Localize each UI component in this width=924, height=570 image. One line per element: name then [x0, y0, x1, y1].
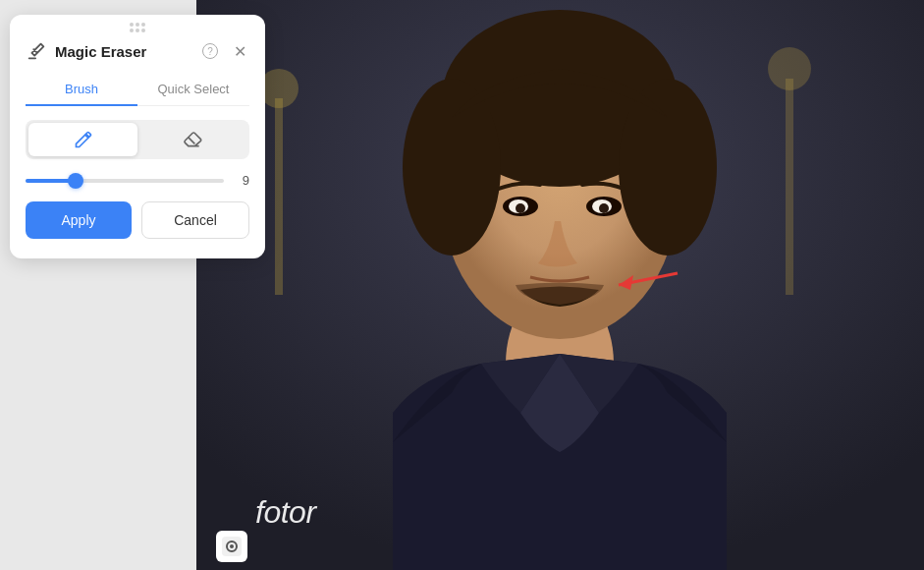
- panel-title: Magic Eraser: [55, 43, 194, 60]
- svg-rect-15: [786, 79, 793, 295]
- apply-button[interactable]: Apply: [26, 201, 132, 239]
- magic-eraser-icon: [26, 40, 47, 62]
- tool-selector: [26, 120, 249, 159]
- svg-point-16: [768, 47, 811, 90]
- tab-bar: Brush Quick Select: [26, 74, 249, 106]
- svg-point-11: [516, 203, 525, 213]
- panel-header: Magic Eraser ? ✕: [10, 36, 265, 74]
- fotor-icon: [216, 531, 247, 562]
- help-icon[interactable]: ?: [202, 43, 218, 59]
- svg-point-6: [619, 79, 717, 256]
- svg-point-12: [599, 203, 609, 213]
- photo-canvas: fotor: [196, 0, 924, 570]
- size-slider-value: 9: [234, 173, 249, 188]
- tab-brush[interactable]: Brush: [26, 74, 137, 106]
- magic-eraser-panel: Magic Eraser ? ✕ Brush Quick Select: [10, 15, 265, 258]
- eraser-tool-button[interactable]: [137, 123, 246, 156]
- svg-point-14: [259, 69, 299, 108]
- size-slider-track[interactable]: [26, 179, 224, 183]
- close-icon[interactable]: ✕: [230, 41, 249, 61]
- brush-tool-button[interactable]: [28, 123, 137, 156]
- watermark: fotor: [255, 494, 316, 531]
- svg-point-21: [230, 544, 234, 548]
- svg-point-5: [403, 79, 501, 256]
- tab-quick-select[interactable]: Quick Select: [137, 74, 249, 106]
- cancel-button[interactable]: Cancel: [141, 201, 249, 239]
- size-slider-thumb[interactable]: [68, 173, 83, 189]
- size-slider-section: 9: [10, 159, 265, 188]
- action-buttons: Apply Cancel: [26, 201, 249, 239]
- drag-handle[interactable]: [10, 15, 265, 36]
- svg-rect-13: [275, 98, 283, 295]
